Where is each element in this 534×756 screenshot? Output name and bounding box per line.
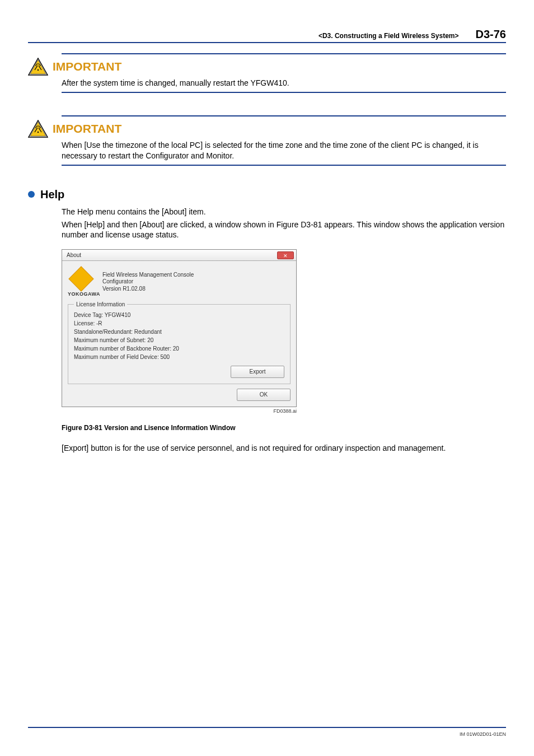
help-heading: Help bbox=[28, 188, 506, 201]
dialog-titlebar: About ✕ bbox=[62, 250, 296, 261]
help-title: Help bbox=[40, 188, 64, 201]
export-note: [Export] button is for the use of servic… bbox=[62, 443, 506, 454]
dialog-title: About bbox=[67, 252, 81, 258]
about-dialog-figure: About ✕ YOKOGAWA Field Wireless Manageme… bbox=[62, 249, 297, 414]
info-redundant: Standalone/Redundant: Redundant bbox=[74, 328, 284, 336]
info-backbone: Maximum number of Backbone Router: 20 bbox=[74, 344, 284, 353]
app-line-1: Field Wireless Management Console bbox=[102, 272, 194, 279]
logo-icon bbox=[68, 267, 93, 292]
ok-button[interactable]: OK bbox=[237, 389, 291, 401]
app-info: Field Wireless Management Console Config… bbox=[102, 272, 194, 293]
close-icon[interactable]: ✕ bbox=[277, 251, 294, 259]
figure-id: FD0388.ai bbox=[62, 408, 297, 414]
footer-doc-id: IM 01W02D01-01EN bbox=[460, 731, 506, 737]
important-box-1: IMPORTANT After the system time is chang… bbox=[62, 53, 506, 93]
header-section: <D3. Constructing a Field Wireless Syste… bbox=[318, 32, 459, 40]
important-heading: IMPORTANT bbox=[53, 122, 121, 136]
info-device-tag: Device Tag: YFGW410 bbox=[74, 311, 284, 319]
svg-marker-6 bbox=[30, 122, 46, 136]
help-paragraph-2: When [Help] and then [About] are clicked… bbox=[62, 220, 506, 241]
figure-caption: Figure D3-81 Version and Lisence Informa… bbox=[62, 424, 506, 432]
page-header: <D3. Constructing a Field Wireless Syste… bbox=[28, 28, 506, 43]
important-heading: IMPORTANT bbox=[53, 60, 121, 73]
export-button[interactable]: Export bbox=[231, 366, 284, 378]
info-subnet: Maximum number of Subnet: 20 bbox=[74, 336, 284, 344]
info-field-device: Maximum number of Field Device: 500 bbox=[74, 353, 284, 361]
important-2-text: When [Use the timezone of the local PC] … bbox=[62, 140, 506, 161]
bullet-icon bbox=[28, 191, 35, 198]
about-dialog: About ✕ YOKOGAWA Field Wireless Manageme… bbox=[62, 249, 297, 407]
info-license: License: -R bbox=[74, 319, 284, 328]
svg-point-9 bbox=[38, 132, 39, 133]
warning-icon bbox=[28, 58, 48, 76]
help-paragraph-1: The Help menu contains the [About] item. bbox=[62, 207, 506, 217]
license-fieldset: License Information Device Tag: YFGW410 … bbox=[68, 301, 291, 384]
svg-marker-1 bbox=[30, 60, 46, 74]
brand-name: YOKOGAWA bbox=[68, 291, 95, 297]
app-line-3: Version R1.02.08 bbox=[102, 286, 194, 293]
important-1-text: After the system time is changed, manual… bbox=[62, 78, 506, 88]
warning-icon bbox=[28, 120, 48, 138]
important-box-2: IMPORTANT When [Use the timezone of the … bbox=[62, 115, 506, 166]
app-line-2: Configurator bbox=[102, 278, 194, 286]
license-legend: License Information bbox=[74, 301, 127, 307]
page-footer: IM 01W02D01-01EN bbox=[28, 727, 506, 737]
svg-point-4 bbox=[38, 69, 39, 71]
header-page-number: D3-76 bbox=[476, 28, 506, 41]
